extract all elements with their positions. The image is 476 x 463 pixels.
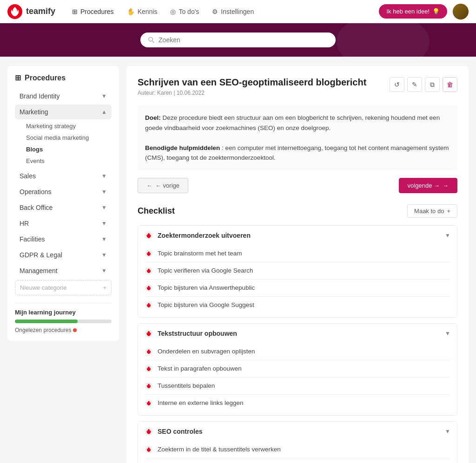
chevron-down-icon: ▼ [445, 232, 450, 239]
unread-dot [73, 328, 77, 332]
sidebar-item-hr[interactable]: HR ▼ [15, 216, 112, 231]
plus-icon: + [447, 208, 450, 215]
chevron-down-icon: ▼ [101, 220, 107, 227]
checklist-item: Metagegevens uitwerken (titel & omschrij… [145, 458, 450, 463]
search-banner [0, 23, 476, 57]
procedures-icon: ⊞ [15, 73, 21, 82]
item-flame-icon [145, 382, 153, 390]
sidebar-item-facilities[interactable]: Facilities ▼ [15, 232, 112, 247]
arrow-left-icon: ← [146, 182, 152, 189]
content-title-area: Schrijven van een SEO-geoptimaliseerd bl… [138, 77, 366, 104]
checklist-group-header-1[interactable]: Tekststructuur opbouwen ▼ [138, 324, 457, 343]
checklist-item: Tekst in paragrafen opbouwen [145, 360, 450, 378]
prev-button[interactable]: ← ← vorige [138, 178, 188, 193]
edit-icon: ✎ [412, 81, 417, 88]
flame-icon [145, 329, 153, 338]
checklist-items-1: Onderdelen en subvragen oplijsten Tekst … [138, 343, 457, 415]
checklist-item: Topic bijsturen via Answerthepublic [145, 280, 450, 297]
flame-icon [145, 231, 153, 240]
checklist-group-2: SEO controles ▼ Zoekterm in de titel & t… [138, 421, 457, 463]
topnav-right: Ik heb een idee! 💡 [379, 4, 469, 20]
item-flame-icon [145, 284, 153, 292]
group-title-0: Zoektermonderzoek uitvoeren [145, 231, 251, 240]
arrow-right-icon: → [443, 182, 449, 189]
checklist-header: Checklist Maak to do + [138, 204, 457, 218]
history-button[interactable]: ↺ [390, 77, 404, 92]
item-flame-icon [145, 365, 153, 373]
procedure-nav-buttons: ← ← vorige volgende → → [138, 178, 457, 193]
checklist-item: Tussentitels bepalen [145, 378, 450, 395]
sidebar-subitem-marketing-strategy[interactable]: Marketing strategy [21, 120, 112, 132]
idea-button[interactable]: Ik heb een idee! 💡 [379, 4, 447, 19]
content-actions: ↺ ✎ ⧉ 🗑 [390, 77, 457, 92]
sidebar-item-marketing[interactable]: Marketing ▲ [15, 104, 112, 119]
sidebar-item-operations[interactable]: Operations ▼ [15, 184, 112, 199]
sidebar-item-brand-identity[interactable]: Brand Identity ▼ [15, 89, 112, 104]
group-title-2: SEO controles [145, 427, 202, 436]
sidebar-title: ⊞ Procedures [15, 73, 112, 82]
bulb-icon: 💡 [432, 8, 440, 15]
gear-icon: ⚙ [212, 8, 218, 15]
item-flame-icon [145, 249, 153, 258]
chevron-down-icon: ▼ [101, 252, 107, 258]
checklist-item: Zoekterm in de titel & tussentitels verw… [145, 441, 450, 458]
sidebar-subitem-social-media[interactable]: Social media marketing [21, 132, 112, 143]
procedure-description: Doel: Deze procedure biedt een structuur… [138, 105, 457, 170]
chevron-down-icon: ▼ [101, 204, 107, 211]
checklist-item: Topic verifieren via Google Search [145, 262, 450, 280]
history-icon: ↺ [394, 81, 400, 88]
sidebar-item-sales[interactable]: Sales ▼ [15, 169, 112, 183]
make-todo-button[interactable]: Maak to do + [407, 204, 457, 218]
chevron-down-icon: ▼ [101, 173, 107, 179]
nav-todos[interactable]: ◎ To do's [165, 5, 205, 18]
edit-button[interactable]: ✎ [407, 77, 422, 92]
learning-progress-bar [15, 320, 112, 323]
sidebar-subitem-events[interactable]: Events [21, 155, 112, 167]
group-title-1: Tekststructuur opbouwen [145, 329, 237, 338]
chevron-down-icon: ▼ [101, 267, 107, 274]
copy-button[interactable]: ⧉ [425, 77, 440, 92]
checklist-items-0: Topic brainstorm met het team Topic veri… [138, 245, 457, 317]
check-circle-icon: ◎ [170, 8, 176, 15]
grid-icon: ⊞ [72, 8, 78, 15]
checklist-items-2: Zoekterm in de titel & tussentitels verw… [138, 441, 457, 463]
chevron-up-icon: ▲ [101, 109, 107, 115]
nav-procedures[interactable]: ⊞ Procedures [66, 5, 119, 18]
sidebar-subitem-blogs[interactable]: Blogs [21, 143, 112, 155]
nav-kennis[interactable]: ✋ Kennis [121, 5, 163, 18]
sidebar-item-management[interactable]: Management ▼ [15, 263, 112, 278]
sidebar: ⊞ Procedures Brand Identity ▼ Marketing … [7, 66, 119, 341]
item-flame-icon [145, 445, 153, 454]
sidebar-item-gdpr[interactable]: GDPR & Legal ▼ [15, 248, 112, 262]
unread-procedures-link[interactable]: Ongelezen procedures [15, 327, 112, 333]
nav-items: ⊞ Procedures ✋ Kennis ◎ To do's ⚙ Instel… [66, 5, 379, 18]
search-input[interactable] [159, 36, 328, 44]
flame-icon [145, 427, 153, 436]
search-bar[interactable] [140, 33, 336, 47]
doel-paragraph: Doel: Deze procedure biedt een structuur… [145, 113, 450, 133]
checklist-group-header-0[interactable]: Zoektermonderzoek uitvoeren ▼ [138, 226, 457, 245]
learning-progress-fill [15, 320, 78, 323]
checklist-item: Onderdelen en subvragen oplijsten [145, 343, 450, 360]
checklist-item: Topic bijsturen via Google Suggest [145, 297, 450, 313]
logo[interactable]: teamify [7, 4, 55, 19]
chevron-down-icon: ▼ [445, 428, 450, 435]
checklist-group-header-2[interactable]: SEO controles ▼ [138, 422, 457, 441]
item-flame-icon [145, 301, 153, 309]
checklist-title: Checklist [138, 206, 175, 216]
plus-icon: + [103, 284, 106, 291]
topnav: teamify ⊞ Procedures ✋ Kennis ◎ To do's … [0, 0, 476, 23]
delete-button[interactable]: 🗑 [443, 77, 457, 92]
sidebar-item-back-office[interactable]: Back Office ▼ [15, 200, 112, 215]
sidebar-sub-marketing: Marketing strategy Social media marketin… [15, 120, 112, 167]
checklist-section: Checklist Maak to do + Zoektermonderzoek… [138, 204, 457, 463]
chevron-down-icon: ▼ [101, 236, 107, 242]
procedure-meta: Auteur: Karen | 10.06.2022 [138, 90, 366, 96]
user-avatar[interactable] [453, 4, 469, 20]
chevron-down-icon: ▼ [101, 93, 107, 99]
content-area: Schrijven van een SEO-geoptimaliseerd bl… [126, 66, 469, 463]
new-category-button[interactable]: Nieuwe categorie + [15, 280, 112, 295]
nav-settings[interactable]: ⚙ Instellingen [206, 5, 259, 18]
procedure-title: Schrijven van een SEO-geoptimaliseerd bl… [138, 77, 366, 88]
next-button[interactable]: volgende → → [399, 178, 457, 193]
